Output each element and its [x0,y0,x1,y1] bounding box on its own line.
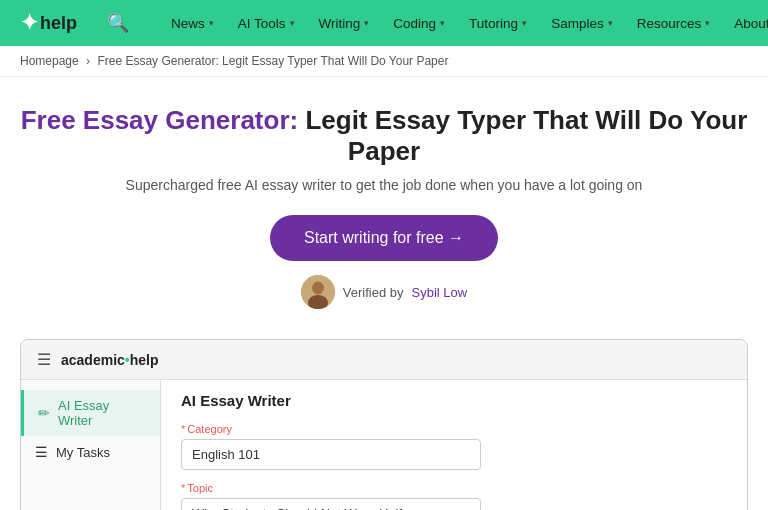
chevron-down-icon: ▾ [522,18,527,28]
verified-row: Verified by Sybil Low [20,275,748,309]
category-group: *Category [181,423,727,470]
tasks-icon: ☰ [35,444,48,460]
chevron-down-icon: ▾ [209,18,214,28]
topic-label: *Topic [181,482,727,494]
sidebar: ✏ AI Essay Writer ☰ My Tasks [21,380,161,510]
logo-text: help [40,13,77,34]
hero-title: Free Essay Generator: Legit Essay Typer … [20,105,748,167]
nav-ai-tools[interactable]: AI Tools ▾ [226,0,307,46]
logo-star: ✦ [20,10,38,36]
nav-links: News ▾ AI Tools ▾ Writing ▾ Coding ▾ Tut… [159,0,768,46]
app-body: ✏ AI Essay Writer ☰ My Tasks AI Essay Wr… [21,380,747,510]
sidebar-item-ai-essay-writer[interactable]: ✏ AI Essay Writer [21,390,160,436]
hero-subtitle: Supercharged free AI essay writer to get… [20,177,748,193]
topic-group: *Topic [181,482,727,510]
app-logo-dot: • [125,352,130,368]
breadcrumb-current: Free Essay Generator: Legit Essay Typer … [97,54,448,68]
hero-title-purple: Free Essay Generator: [21,105,298,135]
category-label: *Category [181,423,727,435]
nav-writing[interactable]: Writing ▾ [307,0,382,46]
chevron-down-icon: ▾ [705,18,710,28]
app-logo: academic•help [61,352,159,368]
sidebar-item-my-tasks[interactable]: ☰ My Tasks [21,436,160,468]
topic-input[interactable] [181,498,481,510]
nav-samples[interactable]: Samples ▾ [539,0,625,46]
site-logo[interactable]: ✦ help [20,10,77,36]
avatar [301,275,335,309]
hamburger-icon[interactable]: ☰ [37,350,51,369]
search-icon[interactable]: 🔍 [107,12,129,34]
chevron-down-icon: ▾ [290,18,295,28]
sidebar-item-label: AI Essay Writer [58,398,146,428]
nav-coding[interactable]: Coding ▾ [381,0,457,46]
breadcrumb-separator: › [86,54,90,68]
main-content: AI Essay Writer *Category *Topic *Instru… [161,380,747,510]
breadcrumb-home[interactable]: Homepage [20,54,79,68]
content-title: AI Essay Writer [181,392,727,409]
verified-name-link[interactable]: Sybil Low [412,285,468,300]
chevron-down-icon: ▾ [364,18,369,28]
hero-section: Free Essay Generator: Legit Essay Typer … [0,77,768,329]
nav-about[interactable]: About us [722,0,768,46]
app-panel: ☰ academic•help ✏ AI Essay Writer ☰ My T… [20,339,748,510]
nav-resources[interactable]: Resources ▾ [625,0,723,46]
navigation: ✦ help 🔍 News ▾ AI Tools ▾ Writing ▾ Cod… [0,0,768,46]
nav-news[interactable]: News ▾ [159,0,226,46]
pencil-icon: ✏ [38,405,50,421]
category-input[interactable] [181,439,481,470]
svg-point-1 [312,282,324,295]
sidebar-item-label: My Tasks [56,445,110,460]
app-header: ☰ academic•help [21,340,747,380]
chevron-down-icon: ▾ [608,18,613,28]
verified-text: Verified by [343,285,404,300]
cta-button[interactable]: Start writing for free → [270,215,498,261]
breadcrumb: Homepage › Free Essay Generator: Legit E… [0,46,768,77]
hero-title-black: Legit Essay Typer That Will Do Your Pape… [298,105,747,166]
chevron-down-icon: ▾ [440,18,445,28]
nav-tutoring[interactable]: Tutoring ▾ [457,0,539,46]
